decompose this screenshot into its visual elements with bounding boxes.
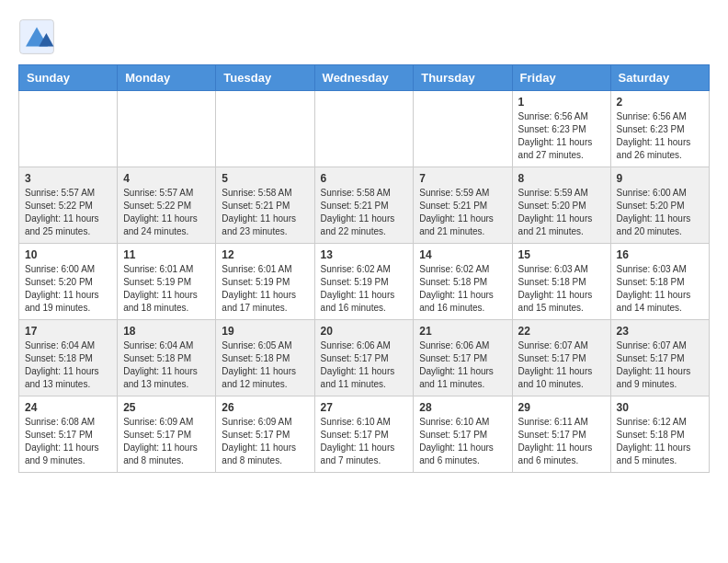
day-info: Sunrise: 6:07 AM Sunset: 5:17 PM Dayligh… [518, 339, 605, 391]
day-info: Sunrise: 6:00 AM Sunset: 5:20 PM Dayligh… [25, 263, 111, 315]
calendar-cell: 23Sunrise: 6:07 AM Sunset: 5:17 PM Dayli… [610, 320, 709, 396]
day-number: 3 [25, 172, 111, 185]
calendar-cell: 14Sunrise: 6:02 AM Sunset: 5:18 PM Dayli… [414, 244, 512, 320]
day-info: Sunrise: 6:08 AM Sunset: 5:17 PM Dayligh… [25, 416, 111, 467]
day-number: 2 [617, 96, 703, 109]
calendar-cell: 18Sunrise: 6:04 AM Sunset: 5:18 PM Dayli… [118, 320, 216, 396]
calendar-header-row: SundayMondayTuesdayWednesdayThursdayFrid… [19, 65, 710, 91]
day-info: Sunrise: 5:57 AM Sunset: 5:22 PM Dayligh… [123, 187, 210, 238]
calendar-cell: 10Sunrise: 6:00 AM Sunset: 5:20 PM Dayli… [19, 244, 118, 320]
calendar-table: SundayMondayTuesdayWednesdayThursdayFrid… [18, 64, 710, 473]
day-header-friday: Friday [512, 65, 610, 91]
day-info: Sunrise: 6:01 AM Sunset: 5:19 PM Dayligh… [222, 263, 308, 315]
calendar-cell: 30Sunrise: 6:12 AM Sunset: 5:18 PM Dayli… [610, 396, 709, 473]
day-number: 26 [222, 401, 308, 414]
day-number: 29 [518, 401, 605, 414]
week-row-3: 10Sunrise: 6:00 AM Sunset: 5:20 PM Dayli… [19, 244, 710, 320]
page-header [18, 18, 710, 55]
week-row-5: 24Sunrise: 6:08 AM Sunset: 5:17 PM Dayli… [19, 396, 710, 473]
logo-icon [18, 18, 55, 55]
day-info: Sunrise: 6:09 AM Sunset: 5:17 PM Dayligh… [123, 416, 210, 467]
day-number: 27 [321, 401, 408, 414]
day-info: Sunrise: 6:00 AM Sunset: 5:20 PM Dayligh… [617, 187, 703, 238]
day-number: 4 [123, 172, 210, 185]
day-info: Sunrise: 6:10 AM Sunset: 5:17 PM Dayligh… [321, 416, 408, 467]
calendar-cell [414, 91, 512, 167]
calendar-cell: 24Sunrise: 6:08 AM Sunset: 5:17 PM Dayli… [19, 396, 118, 473]
day-number: 24 [25, 401, 111, 414]
calendar-cell: 15Sunrise: 6:03 AM Sunset: 5:18 PM Dayli… [512, 244, 610, 320]
calendar-cell: 8Sunrise: 5:59 AM Sunset: 5:20 PM Daylig… [512, 167, 610, 244]
day-info: Sunrise: 6:07 AM Sunset: 5:17 PM Dayligh… [617, 339, 703, 391]
day-number: 10 [25, 248, 111, 261]
day-number: 13 [321, 248, 408, 261]
day-header-wednesday: Wednesday [314, 65, 414, 91]
week-row-2: 3Sunrise: 5:57 AM Sunset: 5:22 PM Daylig… [19, 167, 710, 244]
day-header-saturday: Saturday [610, 65, 709, 91]
day-number: 17 [25, 325, 111, 338]
week-row-4: 17Sunrise: 6:04 AM Sunset: 5:18 PM Dayli… [19, 320, 710, 396]
day-number: 11 [123, 248, 210, 261]
calendar-cell: 21Sunrise: 6:06 AM Sunset: 5:17 PM Dayli… [414, 320, 512, 396]
calendar-cell [118, 91, 216, 167]
day-info: Sunrise: 6:04 AM Sunset: 5:18 PM Dayligh… [25, 339, 111, 391]
day-number: 5 [222, 172, 308, 185]
day-header-sunday: Sunday [19, 65, 118, 91]
day-number: 30 [617, 401, 703, 414]
day-info: Sunrise: 6:12 AM Sunset: 5:18 PM Dayligh… [617, 416, 703, 467]
calendar-cell: 3Sunrise: 5:57 AM Sunset: 5:22 PM Daylig… [19, 167, 118, 244]
calendar-cell: 27Sunrise: 6:10 AM Sunset: 5:17 PM Dayli… [314, 396, 414, 473]
calendar-cell: 11Sunrise: 6:01 AM Sunset: 5:19 PM Dayli… [118, 244, 216, 320]
day-number: 7 [419, 172, 506, 185]
calendar-cell [216, 91, 314, 167]
day-info: Sunrise: 6:01 AM Sunset: 5:19 PM Dayligh… [123, 263, 210, 315]
calendar-cell: 22Sunrise: 6:07 AM Sunset: 5:17 PM Dayli… [512, 320, 610, 396]
day-number: 1 [518, 96, 605, 109]
calendar-cell: 5Sunrise: 5:58 AM Sunset: 5:21 PM Daylig… [216, 167, 314, 244]
logo [18, 18, 60, 55]
calendar-cell: 29Sunrise: 6:11 AM Sunset: 5:17 PM Dayli… [512, 396, 610, 473]
day-number: 25 [123, 401, 210, 414]
day-info: Sunrise: 6:05 AM Sunset: 5:18 PM Dayligh… [222, 339, 308, 391]
day-header-monday: Monday [118, 65, 216, 91]
day-info: Sunrise: 6:10 AM Sunset: 5:17 PM Dayligh… [419, 416, 506, 467]
calendar-cell [19, 91, 118, 167]
calendar-cell: 4Sunrise: 5:57 AM Sunset: 5:22 PM Daylig… [118, 167, 216, 244]
day-info: Sunrise: 6:06 AM Sunset: 5:17 PM Dayligh… [419, 339, 506, 391]
day-info: Sunrise: 5:58 AM Sunset: 5:21 PM Dayligh… [222, 187, 308, 238]
calendar-cell: 19Sunrise: 6:05 AM Sunset: 5:18 PM Dayli… [216, 320, 314, 396]
calendar-cell: 1Sunrise: 6:56 AM Sunset: 6:23 PM Daylig… [512, 91, 610, 167]
day-info: Sunrise: 6:02 AM Sunset: 5:18 PM Dayligh… [419, 263, 506, 315]
day-info: Sunrise: 6:03 AM Sunset: 5:18 PM Dayligh… [617, 263, 703, 315]
calendar-cell [314, 91, 414, 167]
day-number: 12 [222, 248, 308, 261]
day-number: 6 [321, 172, 408, 185]
day-number: 9 [617, 172, 703, 185]
day-number: 15 [518, 248, 605, 261]
calendar-cell: 2Sunrise: 6:56 AM Sunset: 6:23 PM Daylig… [610, 91, 709, 167]
day-header-tuesday: Tuesday [216, 65, 314, 91]
day-info: Sunrise: 6:06 AM Sunset: 5:17 PM Dayligh… [321, 339, 408, 391]
calendar-cell: 28Sunrise: 6:10 AM Sunset: 5:17 PM Dayli… [414, 396, 512, 473]
day-number: 19 [222, 325, 308, 338]
calendar-cell: 12Sunrise: 6:01 AM Sunset: 5:19 PM Dayli… [216, 244, 314, 320]
calendar-cell: 9Sunrise: 6:00 AM Sunset: 5:20 PM Daylig… [610, 167, 709, 244]
day-info: Sunrise: 6:09 AM Sunset: 5:17 PM Dayligh… [222, 416, 308, 467]
day-number: 22 [518, 325, 605, 338]
calendar-cell: 13Sunrise: 6:02 AM Sunset: 5:19 PM Dayli… [314, 244, 414, 320]
calendar-cell: 17Sunrise: 6:04 AM Sunset: 5:18 PM Dayli… [19, 320, 118, 396]
day-info: Sunrise: 6:03 AM Sunset: 5:18 PM Dayligh… [518, 263, 605, 315]
day-number: 18 [123, 325, 210, 338]
day-info: Sunrise: 6:04 AM Sunset: 5:18 PM Dayligh… [123, 339, 210, 391]
day-info: Sunrise: 5:59 AM Sunset: 5:20 PM Dayligh… [518, 187, 605, 238]
day-number: 14 [419, 248, 506, 261]
calendar-cell: 6Sunrise: 5:58 AM Sunset: 5:21 PM Daylig… [314, 167, 414, 244]
day-info: Sunrise: 5:58 AM Sunset: 5:21 PM Dayligh… [321, 187, 408, 238]
day-info: Sunrise: 5:57 AM Sunset: 5:22 PM Dayligh… [25, 187, 111, 238]
week-row-1: 1Sunrise: 6:56 AM Sunset: 6:23 PM Daylig… [19, 91, 710, 167]
day-number: 28 [419, 401, 506, 414]
day-number: 21 [419, 325, 506, 338]
day-number: 20 [321, 325, 408, 338]
calendar-cell: 25Sunrise: 6:09 AM Sunset: 5:17 PM Dayli… [118, 396, 216, 473]
calendar-cell: 20Sunrise: 6:06 AM Sunset: 5:17 PM Dayli… [314, 320, 414, 396]
